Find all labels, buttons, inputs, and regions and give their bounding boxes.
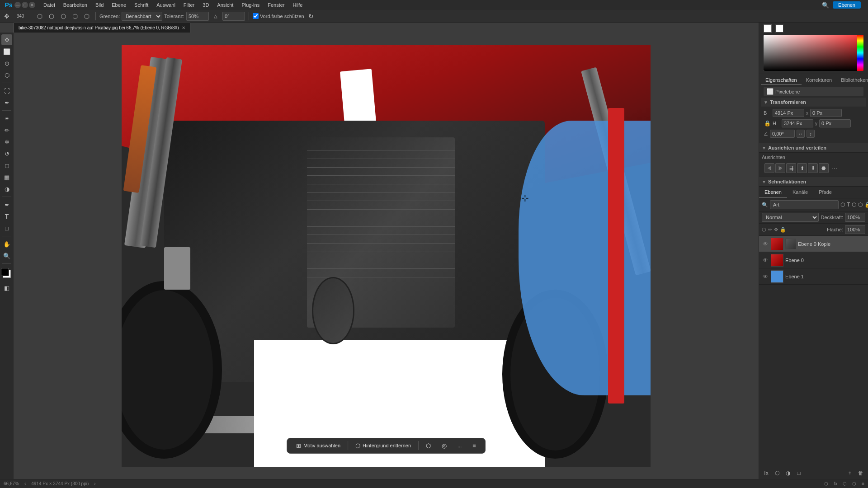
motiv-button[interactable]: ⊞ Motiv auswählen [292, 441, 344, 450]
tab-eigenschaften[interactable]: Eigenschaften [761, 76, 802, 85]
fg-swatch[interactable] [764, 24, 772, 33]
refresh-icon[interactable]: ↻ [306, 11, 316, 21]
menu-bild[interactable]: Bild [92, 1, 107, 9]
align-center-v-btn[interactable]: ⬇ [808, 163, 818, 173]
settings-float-btn[interactable]: ≡ [469, 441, 480, 450]
vorderfarbe-checkbox[interactable] [253, 13, 259, 19]
lock-transparent-icon[interactable]: ⬡ [762, 227, 766, 233]
app-icon[interactable]: Ps [4, 0, 14, 10]
gradient-btn[interactable]: ▦ [1, 172, 12, 183]
brush-btn[interactable]: ✏ [1, 125, 12, 136]
menu-filter[interactable]: Filter [180, 1, 198, 9]
move-tool-btn[interactable]: ✥ [1, 34, 12, 45]
layer-item[interactable]: 👁 Ebene 1 [759, 268, 868, 285]
menu-bearbeiten[interactable]: Bearbeiten [60, 1, 91, 9]
hand-btn[interactable]: ✋ [1, 239, 12, 249]
menu-3d[interactable]: 3D [199, 1, 212, 9]
clone-stamp-btn[interactable]: ✲ [1, 136, 12, 147]
toleranz-input[interactable] [186, 12, 209, 21]
angle-input[interactable] [222, 12, 245, 21]
menu-datei[interactable]: Datei [40, 1, 59, 9]
tool-icon-3[interactable]: ⬡ [58, 11, 68, 21]
search-icon[interactable]: 🔍 [822, 2, 829, 9]
tool-icon-5[interactable]: ⬡ [82, 11, 92, 21]
filter-float-btn[interactable]: ◎ [438, 441, 450, 450]
menu-hilfe[interactable]: Hilfe [289, 1, 306, 9]
pen-btn[interactable]: ✒ [1, 199, 12, 210]
tool-icon-1[interactable]: ⬡ [35, 11, 45, 21]
opacity-input[interactable] [845, 213, 865, 222]
quick-mask-btn[interactable]: ◧ [1, 282, 12, 293]
menu-auswahl[interactable]: Auswahl [153, 1, 179, 9]
more-float-btn[interactable]: ... [454, 441, 465, 450]
dodge-btn[interactable]: ◑ [1, 183, 12, 194]
align-right-btn[interactable]: ⇶ [786, 163, 796, 173]
fx-button[interactable]: fx [762, 469, 771, 478]
move-tool[interactable]: ✥ [2, 11, 12, 21]
lock-position-icon[interactable]: ✥ [774, 227, 778, 233]
tab-pfade[interactable]: Pfade [813, 187, 837, 198]
menu-schrift[interactable]: Schrift [131, 1, 152, 9]
flip-h-btn[interactable]: ↔ [797, 130, 805, 138]
align-section-header[interactable]: ▼ Ausrichten und verteilen [759, 143, 868, 153]
layer-visibility-1[interactable]: 👁 [762, 257, 769, 264]
bg-swatch[interactable] [775, 24, 783, 33]
layer-action-1[interactable]: ⬡ [840, 200, 845, 209]
fill-input[interactable] [845, 225, 865, 234]
vorderfarbe-label[interactable]: Vord.farbe schützen [253, 13, 304, 19]
document-tab[interactable]: bike-3073082 nattapol deejtwasin auf Pix… [14, 23, 190, 33]
lasso-btn[interactable]: ⊙ [1, 58, 12, 69]
tool-icon-2[interactable]: ⬡ [47, 11, 57, 21]
minimize-button[interactable]: — [14, 2, 21, 8]
layer-item[interactable]: 👁 Ebene 0 [759, 252, 868, 268]
tool-icon-4[interactable]: ⬡ [70, 11, 80, 21]
add-adjustment-button[interactable]: ◑ [783, 469, 793, 478]
menu-fenster[interactable]: Fenster [264, 1, 288, 9]
delete-layer-button[interactable]: 🗑 [856, 469, 865, 478]
angle-input-prop[interactable] [770, 130, 795, 138]
flip-v-btn[interactable]: ↕ [807, 130, 815, 138]
hintergrund-button[interactable]: ⬡ Hintergrund entfernen [352, 441, 415, 450]
blend-mode-select[interactable]: Normal Multiply Screen [762, 213, 819, 222]
menu-plugins[interactable]: Plug-ins [238, 1, 263, 9]
add-mask-button[interactable]: ⬡ [773, 469, 782, 478]
hue-bar[interactable] [857, 35, 863, 71]
y-input[interactable] [819, 119, 851, 127]
zoom-btn[interactable]: 🔍 [1, 250, 12, 261]
layer-visibility-0[interactable]: 👁 [762, 240, 769, 248]
align-left-btn[interactable]: ⫷ [764, 163, 774, 173]
crop-btn[interactable]: ⛶ [1, 85, 12, 96]
grenzen-select[interactable]: Benachbart Alle Ebenen [122, 12, 162, 21]
lock-all-icon[interactable]: 🔒 [780, 227, 786, 233]
layer-action-3[interactable]: ⬡ [852, 200, 856, 209]
tab-kanaele[interactable]: Kanäle [787, 187, 813, 198]
text-btn[interactable]: T [1, 211, 12, 222]
eyedropper-btn[interactable]: ✒ [1, 97, 12, 108]
tab-close[interactable]: ✕ [182, 25, 185, 30]
layers-search-input[interactable] [770, 200, 839, 209]
lock-icon[interactable]: 🔒 [764, 118, 771, 128]
tab-ebenen[interactable]: Ebenen [759, 187, 787, 198]
history-brush-btn[interactable]: ↺ [1, 148, 12, 159]
maximize-button[interactable]: □ [22, 2, 28, 8]
share-button[interactable]: Ebenen [833, 1, 861, 9]
align-bottom-btn[interactable]: ⬣ [819, 163, 829, 173]
transform-section-header[interactable]: ▼ Transformieren [761, 98, 866, 107]
align-top-btn[interactable]: ⬆ [797, 163, 807, 173]
color-picker-gradient[interactable] [764, 35, 863, 71]
width-input[interactable] [773, 109, 804, 117]
shape-btn[interactable]: □ [1, 223, 12, 234]
transform-float-btn[interactable]: ⬡ [422, 441, 434, 450]
spot-healing-btn[interactable]: ✴ [1, 113, 12, 124]
layer-item[interactable]: 👁 Ebene 0 Kopie [759, 236, 868, 252]
layer-action-2[interactable]: T [847, 200, 850, 209]
close-button[interactable]: ✕ [29, 2, 35, 8]
foreground-color[interactable] [1, 268, 13, 280]
arrow-left[interactable]: ‹ [24, 481, 26, 486]
eraser-btn[interactable]: ◻ [1, 160, 12, 171]
add-group-button[interactable]: □ [794, 469, 803, 478]
rectangular-marquee-btn[interactable]: ⬜ [1, 46, 12, 57]
align-more-btn[interactable]: ··· [830, 163, 840, 173]
menu-ansicht[interactable]: Ansicht [213, 1, 237, 9]
arrow-right[interactable]: › [94, 481, 95, 486]
